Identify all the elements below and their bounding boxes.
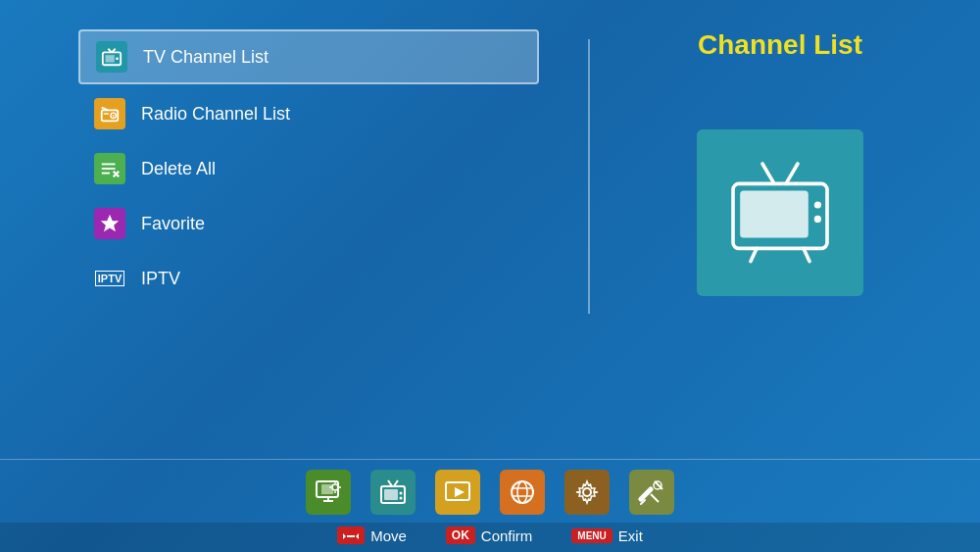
toolbar-btn-settings[interactable] bbox=[306, 470, 351, 515]
exit-hint-text: Exit bbox=[618, 527, 643, 544]
toolbar-btn-tv[interactable] bbox=[370, 470, 416, 515]
svg-point-38 bbox=[400, 492, 403, 495]
svg-point-39 bbox=[400, 497, 403, 500]
svg-point-46 bbox=[583, 488, 591, 496]
hint-exit: MENU Exit bbox=[571, 527, 642, 544]
svg-marker-41 bbox=[455, 487, 465, 497]
svg-line-23 bbox=[804, 248, 809, 261]
tv-large-icon bbox=[721, 157, 839, 269]
svg-point-4 bbox=[116, 57, 119, 60]
tv-channel-list-label: TV Channel List bbox=[143, 47, 269, 68]
favorite-icon bbox=[94, 208, 125, 239]
iptv-icon: IPTV bbox=[94, 263, 125, 294]
svg-rect-25 bbox=[321, 484, 333, 494]
hints-bar: Move OK Confirm MENU Exit bbox=[0, 523, 980, 552]
right-panel-outer: Channel List bbox=[588, 29, 941, 459]
channel-list-title: Channel List bbox=[698, 29, 862, 61]
tv-channel-list-icon bbox=[96, 41, 127, 73]
content-area: TV Channel List Radio Channel List bbox=[0, 0, 980, 459]
menu-item-tv-channel-list[interactable]: TV Channel List bbox=[78, 29, 539, 84]
svg-line-22 bbox=[751, 248, 757, 261]
menu-item-radio-channel-list[interactable]: Radio Channel List bbox=[78, 88, 539, 139]
move-hint-text: Move bbox=[370, 527, 407, 544]
svg-rect-37 bbox=[384, 489, 398, 500]
svg-marker-52 bbox=[343, 533, 346, 539]
svg-rect-19 bbox=[740, 191, 808, 238]
radio-channel-list-label: Radio Channel List bbox=[141, 104, 290, 125]
menu-badge: MENU bbox=[571, 528, 612, 543]
svg-rect-3 bbox=[106, 55, 115, 62]
left-panel: TV Channel List Radio Channel List bbox=[78, 29, 588, 459]
favorite-label: Favorite bbox=[141, 214, 205, 234]
menu-item-favorite[interactable]: Favorite bbox=[78, 198, 539, 249]
svg-line-48 bbox=[641, 489, 651, 499]
right-panel-row: Channel List bbox=[588, 29, 941, 314]
svg-marker-53 bbox=[356, 533, 359, 539]
svg-line-50 bbox=[651, 494, 659, 502]
move-badge bbox=[337, 527, 365, 544]
svg-line-16 bbox=[762, 164, 774, 183]
right-content: Channel List bbox=[619, 29, 941, 296]
hint-move: Move bbox=[337, 527, 407, 544]
main-container: TV Channel List Radio Channel List bbox=[0, 0, 980, 552]
svg-marker-15 bbox=[101, 215, 119, 231]
radio-channel-list-icon bbox=[94, 98, 125, 129]
svg-line-17 bbox=[786, 164, 798, 183]
menu-item-delete-all[interactable]: Delete All bbox=[78, 143, 539, 194]
hint-confirm: OK Confirm bbox=[446, 527, 533, 544]
svg-point-20 bbox=[814, 201, 821, 208]
toolbar-btn-web[interactable] bbox=[500, 470, 545, 515]
svg-rect-54 bbox=[347, 535, 355, 537]
menu-item-iptv[interactable]: IPTV IPTV bbox=[78, 253, 539, 304]
iptv-label: IPTV bbox=[141, 269, 180, 289]
toolbar-btn-gear[interactable] bbox=[564, 470, 610, 515]
toolbar bbox=[0, 459, 980, 523]
confirm-hint-text: Confirm bbox=[481, 527, 533, 544]
ok-badge: OK bbox=[446, 527, 475, 544]
svg-point-43 bbox=[517, 481, 527, 503]
svg-rect-9 bbox=[104, 113, 110, 115]
toolbar-btn-media[interactable] bbox=[435, 470, 480, 515]
svg-point-42 bbox=[512, 481, 533, 503]
delete-all-icon bbox=[94, 153, 125, 184]
toolbar-btn-tools[interactable] bbox=[629, 470, 674, 515]
menu-list: TV Channel List Radio Channel List bbox=[78, 29, 539, 304]
svg-point-21 bbox=[814, 216, 821, 223]
svg-point-7 bbox=[113, 115, 115, 117]
tv-preview-box bbox=[697, 129, 863, 296]
delete-all-label: Delete All bbox=[141, 159, 216, 179]
vertical-divider bbox=[588, 39, 590, 314]
